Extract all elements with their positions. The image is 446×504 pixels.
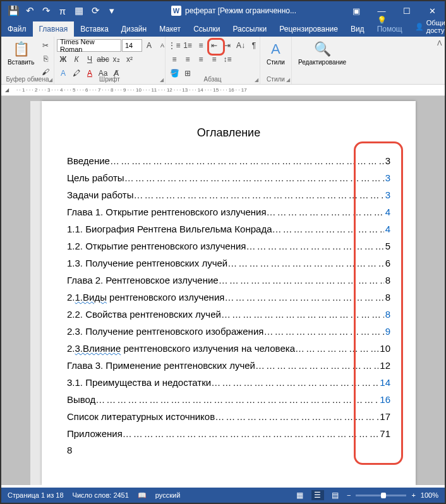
ribbon-options-icon[interactable]: ▣ [344,1,369,20]
undo-icon[interactable]: ↶ [23,4,37,18]
toc-text: Задачи работы [67,186,133,203]
underline-icon[interactable]: Ч [83,53,96,66]
ribbon: 📋 Вставить ✂ ⎘ 🖌 Буфер обмена ◢ Times Ne… [1,37,445,85]
grow-font-icon[interactable]: A [143,39,155,52]
clipboard-launcher-icon[interactable]: ◢ [49,77,52,83]
toc-entry: Вывод…………………………………………………………………………16 [67,391,390,408]
font-name-combo[interactable]: Times New Roman [57,39,121,52]
vertical-ruler[interactable] [30,101,42,485]
refresh-icon[interactable]: ⟳ [88,4,102,18]
tab-design[interactable]: Дизайн [115,21,153,37]
group-label-clipboard: Буфер обмена [1,76,54,83]
toc-text: Глава 2. Рентгеновское излучение [67,272,219,289]
superscript-icon[interactable]: x² [123,53,136,66]
quick-access-toolbar: 💾 ↶ ↷ π ▦ ⟳ ▾ [1,4,124,18]
group-styles: A Стили Стили ◢ [260,37,292,84]
align-right-icon[interactable]: ≡ [195,53,207,66]
tab-references[interactable]: Ссылки [187,21,226,37]
paste-button[interactable]: 📋 Вставить [4,39,38,68]
numbering-icon[interactable]: 1≡ [181,39,194,52]
read-mode-icon[interactable]: ▦ [294,490,306,500]
word-count[interactable]: Число слов: 2451 [73,491,129,499]
strikethrough-icon[interactable]: abc [97,53,109,66]
copy-icon[interactable]: ⎘ [39,52,52,65]
toc-entry: 2.3. Получение рентгеновского изображени… [67,323,390,340]
web-layout-icon[interactable]: ▤ [329,490,342,500]
share-button[interactable]: 👤 Общий доступ [409,16,446,37]
toc-list: Введение…………………………………………………………………………3Цел… [67,152,390,442]
status-bar: Страница 1 из 18 Число слов: 2451 📖 русс… [1,488,445,503]
subscript-icon[interactable]: x₂ [110,53,123,66]
toc-entry: Глава 2. Рентгеновское излучение……………………… [67,272,390,289]
save-icon[interactable]: 💾 [6,4,20,18]
toc-entry: Цель работы…………………………………………………………………………3 [67,169,390,186]
line-spacing-icon[interactable]: ↕≡ [221,53,234,66]
toc-leader: ………………………………………………………………………… [124,169,384,186]
group-paragraph: ⋮≡ 1≡ ≡ ⇤ ⇥ A↓ ¶ ≡ ≡ ≡ ≡ ↕≡ 🪣 ⊞ [166,37,260,84]
toc-entry: Глава 1. Открытие рентгеновского излучен… [67,203,390,220]
show-marks-icon[interactable]: ¶ [248,39,260,52]
orphan-text: 8 [67,445,390,455]
horizontal-ruler[interactable]: ◢ · · 1 · · · 2 · · · 3 · · · 4 · · · 5 … [1,85,445,96]
document-area: Оглавление Введение………………………………………………………… [1,96,445,485]
toc-entry: 1.3. Получение рентгеновских лучей………………… [67,255,390,272]
tab-home[interactable]: Главная [33,21,75,37]
tab-layout[interactable]: Макет [153,21,187,37]
collapse-ribbon-icon[interactable]: ᐱ [437,39,442,47]
toc-leader: ………………………………………………………………………… [110,152,384,169]
redo-icon[interactable]: ↷ [39,4,53,18]
toc-text: 2.3. Получение рентгеновского изображени… [67,323,263,340]
toc-text: 2.3.Влияние рентгеновского излучения на … [67,340,295,357]
page-indicator[interactable]: Страница 1 из 18 [8,491,64,499]
font-size-combo[interactable]: 14 [122,39,142,52]
pi-icon[interactable]: π [56,4,69,18]
italic-icon[interactable]: К [70,53,83,66]
language-indicator[interactable]: русский [155,491,180,499]
toc-text: Глава 3. Применение рентгеновских лучей [67,357,255,374]
cut-icon[interactable]: ✂ [39,39,52,52]
styles-button[interactable]: A Стили [263,39,289,68]
toc-entry: Список литературных источников…………………………… [67,408,390,425]
toc-entry: Задачи работы………………………………………………………………………… [67,186,390,203]
toc-text: Цель работы [67,169,124,186]
toc-text: 1.1. Биография Рентгена Вильгельма Конра… [67,220,272,237]
editing-button[interactable]: 🔍 Редактирование [294,39,350,68]
group-clipboard: 📋 Вставить ✂ ⎘ 🖌 Буфер обмена ◢ [1,37,54,84]
find-icon: 🔍 [314,41,331,57]
zoom-slider[interactable] [356,495,406,496]
bold-icon[interactable]: Ж [57,53,69,66]
zoom-level[interactable]: 100% [421,491,438,499]
zoom-out-icon[interactable]: − [347,491,351,499]
sort-icon[interactable]: A↓ [234,39,247,52]
tab-file[interactable]: Файл [1,21,33,37]
bullets-icon[interactable]: ⋮≡ [168,39,181,52]
toc-entry: 2.1.Виды рентгеновского излучения…………………… [67,289,390,306]
tab-view[interactable]: Вид [344,21,371,37]
toc-heading: Оглавление [67,126,390,140]
document-page[interactable]: Оглавление Введение………………………………………………………… [42,101,416,485]
toc-entry: Глава 3. Применение рентгеновских лучей…… [67,357,390,374]
toc-text: 3.1. Преимущества и недостатки [67,374,211,391]
font-launcher-icon[interactable]: ◢ [160,77,164,83]
align-left-icon[interactable]: ≡ [168,53,181,66]
multilevel-icon[interactable]: ≡ [195,39,207,52]
tab-review[interactable]: Рецензирование [273,21,344,37]
spellcheck-icon[interactable]: 📖 [138,491,147,500]
annotation-highlight-pages [354,141,403,465]
toc-text: 2.2. Свойства рентгеновских лучей [67,306,221,323]
paragraph-launcher-icon[interactable]: ◢ [255,77,258,83]
tab-insert[interactable]: Вставка [74,21,115,37]
tab-help[interactable]: 💡 Помощ [371,13,409,37]
tab-mailings[interactable]: Рассылки [226,21,273,37]
zoom-in-icon[interactable]: + [411,491,415,499]
ribbon-tabs: Файл Главная Вставка Дизайн Макет Ссылки… [1,20,445,37]
toc-entry: Приложения…………………………………………………………………………71 [67,425,390,442]
styles-launcher-icon[interactable]: ◢ [286,77,290,83]
print-layout-icon[interactable]: ☰ [311,490,324,500]
toc-entry: 2.2. Свойства рентгеновских лучей…………………… [67,306,390,323]
toc-entry: 2.3.Влияние рентгеновского излучения на … [67,340,390,357]
qat-dropdown-icon[interactable]: ▾ [105,4,119,18]
table-icon[interactable]: ▦ [72,4,86,18]
align-center-icon[interactable]: ≡ [181,53,194,66]
group-editing: 🔍 Редактирование [292,37,350,84]
